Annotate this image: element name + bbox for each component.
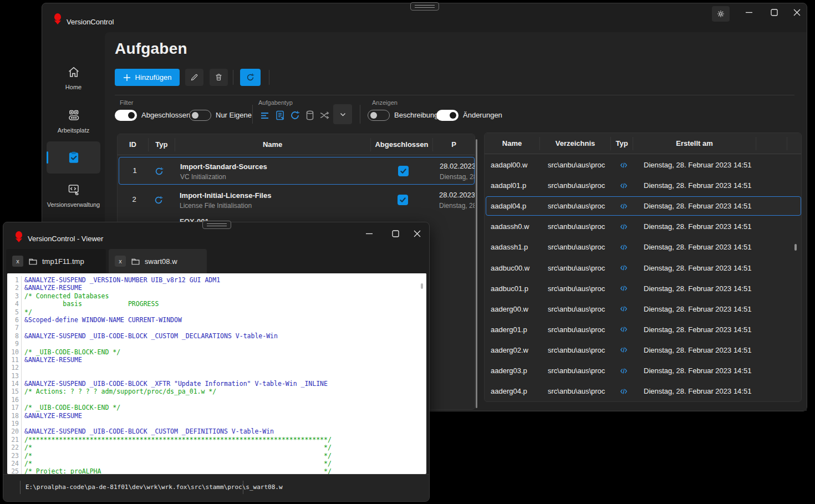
tasks-table-header: ID Typ Name Abgeschlossen P bbox=[118, 134, 475, 155]
line-number: 22 bbox=[7, 444, 22, 451]
code-text: &ANALYZE-RESUME bbox=[22, 284, 82, 292]
panel-splitter[interactable] bbox=[476, 139, 477, 408]
file-name: aadbuc01.p bbox=[486, 284, 542, 293]
column-header-typ[interactable]: Typ bbox=[611, 137, 633, 150]
code-file-icon bbox=[619, 366, 628, 375]
edit-button[interactable] bbox=[185, 69, 203, 86]
file-directory: src\anbu\aus\proc bbox=[542, 325, 613, 334]
tasktype-shuffle-icon[interactable] bbox=[319, 110, 330, 121]
file-name: aaderg04.p bbox=[486, 387, 542, 395]
column-header-typ[interactable]: Typ bbox=[149, 138, 175, 151]
close-button[interactable] bbox=[786, 3, 808, 21]
file-row[interactable]: aadbuc01.psrc\anbu\aus\proc Dienstag, 28… bbox=[486, 279, 801, 298]
viewer-statusbar: E:\proalpha-code\pa-de-81f01\dev\wrk\wrk… bbox=[3, 474, 429, 501]
line-number: 20 bbox=[7, 427, 22, 435]
line-number: 25 bbox=[7, 467, 22, 474]
tab-close-button[interactable]: x bbox=[115, 256, 126, 267]
tasktype-list-icon[interactable] bbox=[259, 110, 271, 121]
line-number: 10 bbox=[7, 348, 22, 356]
column-header-abgeschlossen[interactable]: Abgeschlossen bbox=[371, 138, 434, 151]
file-row[interactable]: aadassh0.wsrc\anbu\aus\proc Dienstag, 28… bbox=[486, 217, 801, 236]
task-date: 28.02.2023 2 bbox=[440, 162, 475, 170]
column-header-erstellt-am[interactable]: Erstellt am bbox=[633, 137, 756, 150]
file-directory: src\anbu\aus\proc bbox=[542, 284, 613, 293]
file-directory: src\anbu\aus\proc bbox=[542, 243, 613, 251]
code-editor[interactable]: 1&ANALYZE-SUSPEND _VERSION-NUMBER UIB_v8… bbox=[7, 273, 426, 474]
line-number: 23 bbox=[7, 452, 22, 460]
sidebar-item-home[interactable]: Home bbox=[45, 65, 101, 90]
maximize-button[interactable] bbox=[384, 225, 406, 242]
beschreibung-label: Beschreibung bbox=[394, 111, 439, 119]
file-row[interactable]: aaderg04.psrc\anbu\aus\proc Dienstag, 28… bbox=[486, 381, 801, 401]
add-button[interactable]: Hinzufügen bbox=[115, 69, 180, 86]
file-row[interactable]: aadapl01.psrc\anbu\aus\proc Dienstag, 28… bbox=[486, 176, 801, 195]
sync-button[interactable] bbox=[240, 69, 261, 86]
column-header-name[interactable]: Name bbox=[175, 138, 371, 151]
code-text bbox=[22, 324, 24, 332]
minimize-button[interactable] bbox=[738, 3, 760, 21]
column-header-name[interactable]: Name bbox=[485, 137, 540, 150]
tab-close-button[interactable]: x bbox=[12, 256, 23, 267]
task-id: 1 bbox=[119, 166, 150, 175]
column-header-verzeichnis[interactable]: Verzeichnis bbox=[540, 137, 611, 150]
gear-icon bbox=[716, 9, 725, 18]
tasktype-document-icon[interactable] bbox=[274, 110, 286, 121]
completed-checkbox[interactable] bbox=[398, 195, 408, 205]
code-line: 10/* _UIB-CODE-BLOCK-END */ bbox=[7, 348, 426, 356]
viewer-window: VersionControl - Viewer x tmp1F11.tmp x … bbox=[3, 222, 430, 502]
file-row[interactable]: aadapl00.wsrc\anbu\aus\proc Dienstag, 28… bbox=[486, 155, 801, 175]
trash-icon bbox=[215, 73, 223, 82]
files-table: Name Verzeichnis Typ Erstellt am aadapl0… bbox=[484, 133, 802, 402]
file-row[interactable]: aadbuc00.wsrc\anbu\aus\proc Dienstag, 28… bbox=[486, 258, 801, 278]
column-header-date[interactable]: P bbox=[433, 138, 475, 151]
tasktype-sync-icon[interactable] bbox=[289, 110, 300, 121]
task-row[interactable]: 1 Import-Standard-SourcesVC Initializati… bbox=[119, 157, 475, 185]
code-line: 12 bbox=[7, 364, 426, 371]
column-header-empty bbox=[787, 137, 801, 150]
column-header-empty[interactable] bbox=[756, 137, 787, 150]
task-type-icon bbox=[154, 195, 164, 205]
file-row[interactable]: aaderg01.psrc\anbu\aus\proc Dienstag, 28… bbox=[486, 320, 801, 339]
file-name: aaderg03.p bbox=[486, 366, 542, 375]
code-text: &ANALYZE-SUSPEND _VERSION-NUMBER UIB_v8r… bbox=[22, 276, 220, 284]
tab-tmp1f11[interactable]: x tmp1F11.tmp bbox=[6, 249, 106, 273]
task-date-long: Dienstag, 28. bbox=[440, 173, 475, 181]
nur-eigene-toggle[interactable] bbox=[189, 109, 211, 121]
line-number: 4 bbox=[7, 300, 22, 308]
line-number: 2 bbox=[7, 284, 22, 292]
code-line: 11&ANALYZE-RESUME bbox=[7, 356, 426, 364]
column-header-id[interactable]: ID bbox=[118, 138, 149, 151]
minimize-button[interactable] bbox=[358, 225, 380, 242]
sidebar-item-versionsverwaltung[interactable]: Versionsverwaltung bbox=[45, 183, 101, 208]
main-titlebar[interactable]: VersionControl bbox=[42, 3, 807, 32]
delete-button[interactable] bbox=[210, 69, 228, 86]
scrollbar-thumb[interactable] bbox=[794, 244, 797, 251]
completed-checkbox[interactable] bbox=[398, 166, 409, 176]
task-subtitle: VC Initialization bbox=[180, 173, 226, 181]
abgeschlossen-toggle[interactable] bbox=[115, 109, 137, 121]
file-row[interactable]: aadassh1.psrc\anbu\aus\proc Dienstag, 28… bbox=[486, 237, 801, 257]
minimize-icon bbox=[745, 8, 753, 16]
viewer-titlebar[interactable]: VersionControl - Viewer bbox=[3, 222, 429, 251]
sidebar-item-aufgaben-selected[interactable] bbox=[47, 141, 100, 174]
file-directory: src\anbu\aus\proc bbox=[542, 181, 613, 190]
file-row[interactable]: aadapl04.psrc\anbu\aus\proc Dienstag, 28… bbox=[486, 196, 801, 216]
maximize-button[interactable] bbox=[763, 3, 785, 21]
aenderungen-toggle[interactable] bbox=[436, 109, 459, 121]
file-row[interactable]: aaderg00.wsrc\anbu\aus\proc Dienstag, 28… bbox=[486, 299, 801, 319]
home-icon bbox=[67, 65, 80, 79]
tab-swart08[interactable]: x swart08.w bbox=[109, 249, 207, 273]
file-row[interactable]: aaderg03.psrc\anbu\aus\proc Dienstag, 28… bbox=[486, 361, 801, 380]
tasktype-database-icon[interactable] bbox=[304, 110, 315, 121]
beschreibung-toggle[interactable] bbox=[368, 109, 390, 121]
sidebar-item-arbeitsplatz[interactable]: Arbeitsplatz bbox=[45, 109, 101, 134]
tasktype-dropdown-button[interactable] bbox=[333, 104, 352, 124]
file-row[interactable]: aaderg02.wsrc\anbu\aus\proc Dienstag, 28… bbox=[486, 340, 801, 360]
task-row[interactable]: 2 Import-Initial-License-FilesLicense Fi… bbox=[119, 186, 475, 214]
scrollbar-thumb[interactable] bbox=[421, 283, 423, 289]
code-file-icon bbox=[619, 222, 628, 231]
close-button[interactable] bbox=[406, 225, 428, 242]
line-number: 16 bbox=[7, 396, 22, 404]
settings-button[interactable] bbox=[712, 6, 730, 22]
task-sync-icon bbox=[154, 166, 164, 176]
